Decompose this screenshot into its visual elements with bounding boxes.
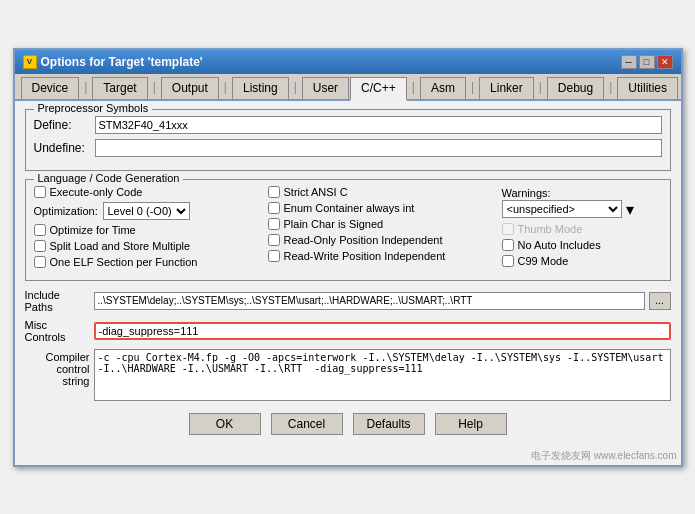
define-row: Define: [34, 116, 662, 134]
ok-button[interactable]: OK [189, 413, 261, 435]
execute-only-label: Execute-only Code [50, 186, 143, 198]
tab-separator-7: | [535, 77, 546, 97]
title-bar-left: V Options for Target 'template' [23, 55, 203, 69]
warnings-label: Warnings: [502, 187, 551, 199]
tab-debug[interactable]: Debug [547, 77, 604, 99]
warnings-dropdown-icon[interactable]: ▾ [626, 200, 634, 219]
thumb-mode-label: Thumb Mode [518, 223, 583, 235]
include-label: IncludePaths [25, 289, 90, 313]
enum-container-checkbox[interactable] [268, 202, 280, 214]
optimization-label: Optimization: [34, 205, 99, 217]
language-group: Language / Code Generation Execute-only … [25, 179, 671, 281]
tab-asm[interactable]: Asm [420, 77, 466, 99]
split-load-row: Split Load and Store Multiple [34, 240, 260, 252]
tab-separator-6: | [467, 77, 478, 97]
include-row: IncludePaths ... [25, 289, 671, 313]
enum-container-row: Enum Container always int [268, 202, 494, 214]
title-bar: V Options for Target 'template' ─ □ ✕ [15, 50, 681, 74]
c99-mode-checkbox[interactable] [502, 255, 514, 267]
language-group-label: Language / Code Generation [34, 172, 184, 184]
tab-separator-5: | [408, 77, 419, 97]
help-button[interactable]: Help [435, 413, 507, 435]
watermark: 电子发烧友网 www.elecfans.com [15, 447, 681, 465]
no-auto-includes-checkbox[interactable] [502, 239, 514, 251]
window-title: Options for Target 'template' [41, 55, 203, 69]
content-area: Preprocessor Symbols Define: Undefine: L… [15, 101, 681, 447]
c99-mode-row: C99 Mode [502, 255, 662, 267]
readonly-pos-checkbox[interactable] [268, 234, 280, 246]
strict-ansi-row: Strict ANSI C [268, 186, 494, 198]
include-browse-button[interactable]: ... [649, 292, 671, 310]
readonly-pos-row: Read-Only Position Independent [268, 234, 494, 246]
warnings-section: Warnings: <unspecified> ▾ [502, 186, 662, 219]
no-auto-includes-row: No Auto Includes [502, 239, 662, 251]
misc-input[interactable] [94, 322, 671, 340]
cancel-button[interactable]: Cancel [271, 413, 343, 435]
plain-char-row: Plain Char is Signed [268, 218, 494, 230]
plain-char-checkbox[interactable] [268, 218, 280, 230]
define-label: Define: [34, 118, 89, 132]
lang-col-2: Strict ANSI C Enum Container always int … [268, 186, 494, 272]
optimize-time-label: Optimize for Time [50, 224, 136, 236]
app-icon: V [23, 55, 37, 69]
tab-target[interactable]: Target [92, 77, 147, 99]
tab-user[interactable]: User [302, 77, 349, 99]
enum-container-label: Enum Container always int [284, 202, 415, 214]
optimize-time-checkbox[interactable] [34, 224, 46, 236]
maximize-button[interactable]: □ [639, 55, 655, 69]
readwrite-pos-checkbox[interactable] [268, 250, 280, 262]
one-elf-checkbox[interactable] [34, 256, 46, 268]
strict-ansi-checkbox[interactable] [268, 186, 280, 198]
include-input[interactable] [94, 292, 645, 310]
close-button[interactable]: ✕ [657, 55, 673, 69]
misc-row: MiscControls [25, 319, 671, 343]
language-section: Execute-only Code Optimization: Level 0 … [34, 186, 662, 272]
compiler-label: Compilercontrolstring [25, 349, 90, 387]
tab-separator-4: | [290, 77, 301, 97]
tab-listing[interactable]: Listing [232, 77, 289, 99]
tab-ccpp[interactable]: C/C++ [350, 77, 407, 101]
compiler-textarea[interactable]: -c -cpu Cortex-M4.fp -g -O0 -apcs=interw… [94, 349, 671, 401]
undefine-input[interactable] [95, 139, 662, 157]
warnings-row: <unspecified> ▾ [502, 200, 662, 219]
defaults-button[interactable]: Defaults [353, 413, 425, 435]
optimization-row: Optimization: Level 0 (-O0) [34, 202, 260, 220]
tab-linker[interactable]: Linker [479, 77, 534, 99]
readwrite-pos-row: Read-Write Position Independent [268, 250, 494, 262]
thumb-mode-checkbox [502, 223, 514, 235]
split-load-label: Split Load and Store Multiple [50, 240, 191, 252]
lang-col-1: Execute-only Code Optimization: Level 0 … [34, 186, 260, 272]
execute-only-row: Execute-only Code [34, 186, 260, 198]
tab-separator-2: | [149, 77, 160, 97]
tab-separator-8: | [605, 77, 616, 97]
tab-device[interactable]: Device [21, 77, 80, 99]
main-window: V Options for Target 'template' ─ □ ✕ De… [13, 48, 683, 467]
execute-only-checkbox[interactable] [34, 186, 46, 198]
tab-output[interactable]: Output [161, 77, 219, 99]
tab-separator-3: | [220, 77, 231, 97]
one-elf-row: One ELF Section per Function [34, 256, 260, 268]
split-load-checkbox[interactable] [34, 240, 46, 252]
define-input[interactable] [95, 116, 662, 134]
button-row: OK Cancel Defaults Help [25, 407, 671, 439]
strict-ansi-label: Strict ANSI C [284, 186, 348, 198]
optimization-select[interactable]: Level 0 (-O0) [103, 202, 190, 220]
thumb-mode-row: Thumb Mode [502, 223, 662, 235]
preprocessor-group-label: Preprocessor Symbols [34, 102, 153, 114]
optimize-time-row: Optimize for Time [34, 224, 260, 236]
no-auto-includes-label: No Auto Includes [518, 239, 601, 251]
warnings-select[interactable]: <unspecified> [502, 200, 622, 218]
undefine-row: Undefine: [34, 139, 662, 157]
tab-utilities[interactable]: Utilities [617, 77, 678, 99]
one-elf-label: One ELF Section per Function [50, 256, 198, 268]
misc-label: MiscControls [25, 319, 90, 343]
c99-mode-label: C99 Mode [518, 255, 569, 267]
undefine-label: Undefine: [34, 141, 89, 155]
readonly-pos-label: Read-Only Position Independent [284, 234, 443, 246]
tab-bar: Device | Target | Output | Listing | Use… [15, 74, 681, 101]
tab-separator-1: | [80, 77, 91, 97]
minimize-button[interactable]: ─ [621, 55, 637, 69]
readwrite-pos-label: Read-Write Position Independent [284, 250, 446, 262]
plain-char-label: Plain Char is Signed [284, 218, 384, 230]
preprocessor-group: Preprocessor Symbols Define: Undefine: [25, 109, 671, 171]
